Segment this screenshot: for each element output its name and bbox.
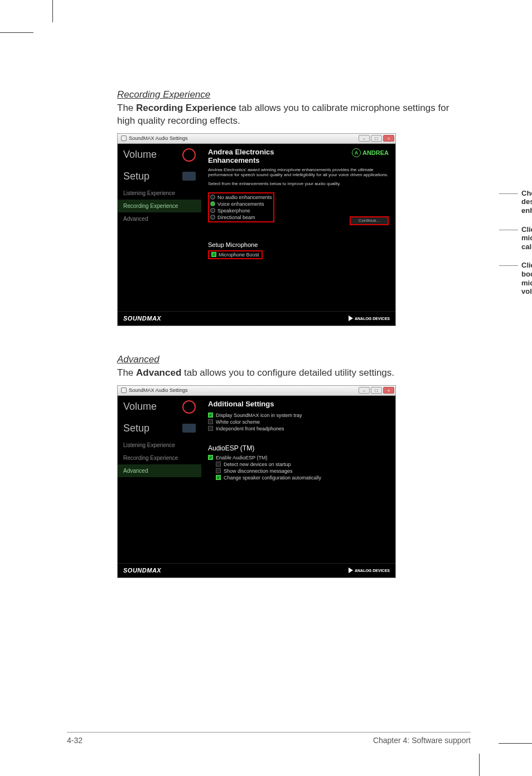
sidebar-item-volume[interactable]: Volume [118, 396, 201, 418]
checkbox-icon [208, 419, 213, 424]
option-label: Directional beam [217, 215, 255, 220]
soundmax-logo: SOUNDMAX [123, 315, 161, 322]
content-pane: Additional Settings ✓Display SoundMAX ic… [201, 396, 395, 563]
minimize-button[interactable]: – [359, 135, 370, 142]
radio-icon [210, 195, 215, 200]
analog-devices-logo: ANALOG DEVICES [349, 316, 390, 321]
window-footer: SOUNDMAX ANALOG DEVICES [118, 563, 395, 578]
app-icon [121, 387, 127, 393]
radio-icon [210, 215, 215, 220]
sidebar-item-setup[interactable]: Setup [118, 166, 201, 187]
checkbox-label: Enable AudioESP (TM) [216, 455, 267, 460]
callout-boost: Click to boost microphone volume [521, 261, 532, 295]
window-controls: – □ × [359, 387, 394, 394]
checkbox-label: Microphone Boost [219, 252, 259, 258]
maximize-button[interactable]: □ [371, 135, 382, 142]
window-title: SoundMAX Audio Settings [129, 387, 188, 393]
checkbox-icon [208, 426, 213, 431]
radio-speakerphone[interactable]: Speakerphone [210, 207, 272, 214]
chapter-label: Chapter 4: Software support [373, 736, 471, 745]
checkbox-icon [216, 468, 221, 473]
checkbox-icon: ✓ [208, 455, 213, 460]
andrea-logo: ANDREA [352, 148, 389, 157]
checkbox-label: White color scheme [216, 419, 260, 425]
soundmax-logo: SOUNDMAX [123, 567, 161, 574]
window-controls: – □ × [359, 135, 394, 142]
checkbox-white-scheme[interactable]: White color scheme [208, 419, 389, 425]
checkbox-enable-audioesp[interactable]: ✓Enable AudioESP (TM) [208, 454, 389, 461]
checkbox-icon: ✓ [211, 252, 216, 257]
checkbox-change-speaker[interactable]: ✓Change speaker configuration automatica… [216, 474, 389, 481]
checkbox-icon: ✓ [208, 413, 213, 418]
crop-mark [52, 0, 53, 22]
checkbox-icon: ✓ [216, 475, 221, 480]
sidebar-item-listening[interactable]: Listening Experience [118, 439, 201, 452]
app-icon [121, 135, 127, 141]
microphone-boost-checkbox[interactable]: ✓ Microphone Boost [208, 250, 263, 259]
content-subtext-1: Andrea Electronics' award winning microp… [208, 167, 389, 178]
close-button[interactable]: × [383, 387, 394, 394]
checkbox-label: Show disconnection messages [224, 468, 293, 474]
close-button[interactable]: × [383, 135, 394, 142]
radio-no-enhancements[interactable]: No audio enhancements [210, 194, 272, 201]
callout-calibration: Click to start microphone calibration [521, 225, 532, 251]
section-heading-advanced: Advanced [117, 354, 465, 365]
sidebar: Volume Setup Listening Experience Record… [118, 396, 201, 563]
desc-text: The [117, 103, 136, 113]
checkbox-label: Change speaker configuration automatical… [224, 475, 321, 481]
checkbox-detect-new[interactable]: Detect new devices on startup [216, 461, 389, 468]
desc-text: The [117, 367, 136, 378]
radio-icon-selected [210, 201, 215, 206]
soundmax-window-recording: SoundMAX Audio Settings – □ × Volume Set… [117, 133, 396, 326]
section-heading-recording: Recording Experience [117, 89, 465, 100]
content-title-line1: Andrea Electronics [208, 148, 274, 157]
option-label: No audio enhancements [217, 195, 272, 200]
sidebar-label: Volume [123, 149, 157, 161]
continue-button[interactable]: Continue... [350, 216, 389, 225]
sidebar-label: Setup [123, 171, 149, 182]
desc-text: tab allows you to configure detailed uti… [181, 367, 394, 378]
section-desc-advanced: The Advanced tab allows you to configure… [117, 367, 465, 380]
sidebar-item-recording[interactable]: Recording Experience [118, 200, 201, 212]
soundmax-window-advanced: SoundMAX Audio Settings – □ × Volume Set… [117, 385, 396, 578]
desc-bold: Recording Experience [136, 103, 236, 113]
analog-devices-logo: ANALOG DEVICES [349, 568, 390, 573]
additional-settings-heading: Additional Settings [208, 400, 389, 409]
page-footer: 4-32 Chapter 4: Software support [67, 732, 471, 745]
window-title: SoundMAX Audio Settings [129, 135, 188, 141]
sidebar-item-recording[interactable]: Recording Experience [118, 452, 201, 464]
sidebar-label: Setup [123, 423, 149, 434]
sidebar: Volume Setup Listening Experience Record… [118, 144, 201, 311]
titlebar: SoundMAX Audio Settings – □ × [118, 386, 395, 396]
option-label: Voice enhancements [217, 201, 264, 207]
window-footer: SOUNDMAX ANALOG DEVICES [118, 311, 395, 326]
crop-mark [0, 32, 33, 33]
maximize-button[interactable]: □ [371, 387, 382, 394]
option-label: Speakerphone [217, 208, 250, 214]
sidebar-label: Volume [123, 401, 157, 413]
sidebar-item-advanced[interactable]: Advanced [118, 212, 201, 225]
page-number: 4-32 [67, 736, 83, 745]
sidebar-item-setup[interactable]: Setup [118, 418, 201, 439]
radio-voice-enhancements[interactable]: Voice enhancements [210, 201, 272, 207]
crop-mark [499, 743, 532, 744]
radio-icon [210, 208, 215, 213]
sidebar-item-advanced[interactable]: Advanced [118, 464, 201, 477]
content-pane: Andrea Electronics Enhancements ANDREA A… [201, 144, 395, 311]
section-desc-recording: The Recording Experience tab allows you … [117, 102, 465, 128]
sidebar-item-volume[interactable]: Volume [118, 144, 201, 166]
radio-directional-beam[interactable]: Directional beam [210, 214, 272, 221]
checkbox-label: Independent front headphones [216, 426, 284, 431]
callout-enhancement: Choose a desired enhancement [521, 189, 532, 215]
crop-mark [479, 754, 480, 776]
checkbox-label: Detect new devices on startup [224, 462, 291, 467]
checkbox-front-headphones[interactable]: Independent front headphones [208, 425, 389, 432]
checkbox-icon [216, 462, 221, 467]
checkbox-display-tray[interactable]: ✓Display SoundMAX icon in system tray [208, 412, 389, 419]
sidebar-item-listening[interactable]: Listening Experience [118, 187, 201, 200]
audioesp-heading: AudioESP (TM) [208, 444, 389, 452]
checkbox-show-disconnect[interactable]: Show disconnection messages [216, 468, 389, 474]
checkbox-label: Display SoundMAX icon in system tray [216, 413, 302, 418]
content-subtext-2: Select from the enhancements below to im… [208, 181, 389, 187]
minimize-button[interactable]: – [359, 387, 370, 394]
